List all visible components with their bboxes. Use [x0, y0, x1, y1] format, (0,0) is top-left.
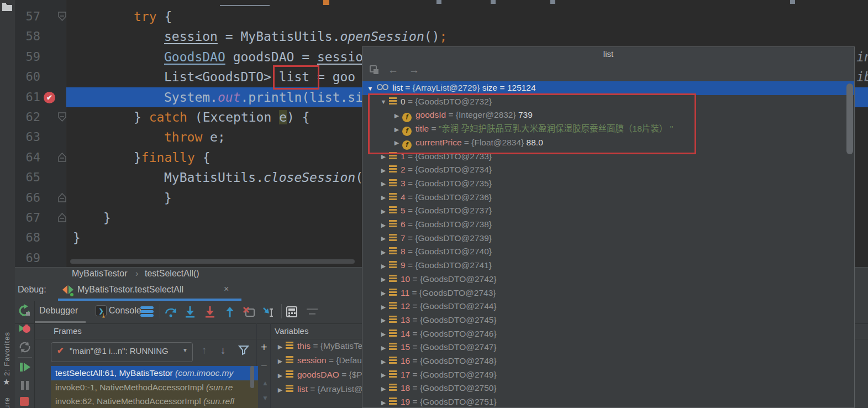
tool-window-stripe: 2: Favorites ★ ure [0, 0, 15, 408]
fold-open-icon[interactable] [58, 112, 66, 122]
stop-icon[interactable] [19, 396, 32, 408]
tree-row-element-6[interactable]: ▶6 = {GoodsDTO@2738} [362, 218, 854, 232]
folder-icon[interactable] [2, 2, 13, 14]
breadcrumb-class[interactable]: MyBatisTestor [72, 269, 127, 279]
step-over-icon[interactable] [164, 306, 177, 319]
star-icon[interactable]: ★ [3, 377, 10, 387]
expand-arrow-icon[interactable]: ▶ [378, 177, 389, 191]
tab-debugger[interactable]: Debugger [39, 306, 78, 316]
tree-row-list-root[interactable]: ▼list = {ArrayList@2729} size = 125124 [362, 81, 854, 95]
expand-arrow-icon[interactable]: ▶ [378, 218, 389, 232]
expand-arrow-icon[interactable]: ▶ [378, 341, 389, 355]
expand-arrow-icon[interactable]: ▶ [378, 164, 389, 177]
expand-arrow-icon[interactable]: ▶ [275, 383, 286, 397]
forward-arrow-icon[interactable]: → [409, 64, 419, 76]
pause-program-icon[interactable] [18, 379, 31, 392]
expand-arrow-icon[interactable]: ▶ [378, 355, 389, 369]
code-fragment-right-of-popup: in [856, 47, 868, 67]
run-to-cursor-icon[interactable] [262, 306, 276, 319]
thread-status-check-icon: ✔ [57, 346, 64, 355]
favorites-stripe-button[interactable]: 2: Favorites [3, 327, 11, 376]
expand-arrow-icon[interactable]: ▶ [378, 300, 389, 314]
step-out-icon[interactable] [224, 306, 237, 319]
fold-close-icon[interactable] [58, 153, 66, 162]
tree-row-element-7[interactable]: ▶7 = {GoodsDTO@2739} [362, 232, 854, 245]
filter-icon[interactable] [238, 344, 249, 358]
frame-up-icon[interactable]: ↑ [202, 344, 207, 357]
variable-row[interactable]: ▶this = {MyBatisTesto [275, 339, 374, 353]
tree-row-element-5[interactable]: ▶5 = {GoodsDTO@2737} [362, 204, 854, 218]
tree-row-element-8[interactable]: ▶8 = {GoodsDTO@2740} [362, 245, 854, 259]
tree-row-element-4[interactable]: ▶4 = {GoodsDTO@2736} [362, 191, 854, 205]
tree-row-element-11[interactable]: ▶11 = {GoodsDTO@2743} [362, 286, 854, 300]
tree-row-element-12[interactable]: ▶12 = {GoodsDTO@2744} [362, 300, 854, 313]
stack-frame-row[interactable]: invoke0:-1, NativeMethodAccessorImpl (su… [51, 380, 258, 395]
debug-session-tab[interactable]: MyBatisTestor.testSelectAll [77, 285, 183, 295]
fold-open-icon[interactable] [58, 12, 66, 21]
close-icon[interactable]: × [224, 284, 229, 294]
tree-row-element-2[interactable]: ▶2 = {GoodsDTO@2734} [362, 163, 854, 177]
breadcrumb-method[interactable]: testSelectAll() [145, 269, 199, 279]
expand-arrow-icon[interactable]: ▶ [378, 368, 389, 382]
expand-arrow-icon[interactable]: ▶ [378, 245, 389, 259]
expand-arrow-icon[interactable]: ▶ [378, 396, 389, 407]
variable-row[interactable]: ▶session = {DefaultSq [275, 353, 376, 368]
tree-row-element-16[interactable]: ▶16 = {GoodsDTO@2748} [362, 354, 854, 368]
rerun-debug-icon[interactable] [18, 322, 31, 336]
frames-panel-title: Frames [54, 326, 82, 336]
expand-arrow-icon[interactable]: ▶ [378, 259, 389, 273]
code-line-63: throw e; [164, 127, 225, 147]
expand-arrow-icon[interactable]: ▶ [378, 191, 389, 205]
fold-close-icon[interactable] [58, 213, 66, 222]
stack-frame-row[interactable]: invoke:62, NativeMethodAccessorImpl (sun… [51, 394, 258, 408]
tab-console[interactable]: Console [109, 306, 141, 316]
expand-arrow-icon[interactable]: ▶ [378, 382, 389, 396]
tree-row-element-17[interactable]: ▶17 = {GoodsDTO@2749} [362, 368, 854, 382]
reset-frame-icon[interactable] [18, 341, 31, 354]
popup-scrollbar[interactable] [846, 83, 853, 154]
back-arrow-icon[interactable]: ← [388, 64, 398, 76]
frame-down-icon[interactable]: ↓ [220, 344, 226, 357]
breakpoint-verified-icon[interactable]: ✔ [44, 92, 55, 103]
tree-row-element-18[interactable]: ▶18 = {GoodsDTO@2750} [362, 381, 854, 395]
tree-row-element-19[interactable]: ▶19 = {GoodsDTO@2751} [362, 395, 854, 407]
expand-arrow-icon[interactable]: ▶ [378, 273, 389, 286]
tree-row-element-14[interactable]: ▶14 = {GoodsDTO@2746} [362, 327, 854, 341]
drop-frame-icon[interactable] [243, 306, 256, 319]
structure-stripe-button[interactable]: ure [3, 391, 11, 408]
expand-arrow-icon[interactable]: ▶ [378, 205, 389, 218]
expand-arrow-icon[interactable]: ▶ [378, 286, 389, 300]
force-step-into-icon[interactable] [204, 306, 217, 319]
evaluate-expression-icon[interactable] [286, 306, 299, 319]
layout-menu-icon[interactable] [140, 305, 153, 318]
tree-row-element-10[interactable]: ▶10 = {GoodsDTO@2742} [362, 273, 854, 286]
run-config-icon [62, 285, 67, 294]
popup-title-bar[interactable]: list [362, 47, 854, 61]
tree-row-element-3[interactable]: ▶3 = {GoodsDTO@2735} [362, 177, 854, 191]
thread-selector-dropdown[interactable]: ✔ "main"@1 i...n": RUNNING ▼ [51, 342, 193, 362]
expand-arrow-icon[interactable]: ▶ [378, 232, 389, 245]
move-watch-down-icon[interactable]: ▼ [262, 394, 269, 402]
expand-arrow-icon[interactable]: ▶ [378, 327, 389, 341]
settings-layout-icon[interactable] [306, 306, 319, 319]
tree-row-element-9[interactable]: ▶9 = {GoodsDTO@2741} [362, 259, 854, 273]
expand-arrow-icon[interactable]: ▶ [275, 354, 286, 368]
expand-arrow-icon[interactable]: ▶ [378, 313, 389, 327]
stack-frame-row[interactable]: testSelectAll:61, MyBatisTestor (com.imo… [51, 366, 258, 380]
running-dot-icon [70, 293, 73, 296]
rerun-icon[interactable] [18, 304, 31, 317]
frames-scrollbar[interactable] [250, 366, 254, 388]
add-watch-icon[interactable]: + [261, 341, 267, 354]
expand-arrow-icon[interactable]: ▶ [275, 368, 286, 383]
tree-row-element-15[interactable]: ▶15 = {GoodsDTO@2747} [362, 341, 854, 354]
resume-program-icon[interactable] [18, 360, 31, 374]
copy-value-icon[interactable] [369, 65, 380, 79]
tree-row-element-13[interactable]: ▶13 = {GoodsDTO@2745} [362, 313, 854, 327]
editor-horizontal-scrollbar[interactable] [70, 259, 355, 264]
remove-watch-icon[interactable]: − [261, 359, 267, 372]
fold-close-icon[interactable] [58, 193, 66, 202]
variable-row[interactable]: ▶goodsDAO = {$Prox [275, 368, 374, 382]
step-into-icon[interactable] [184, 306, 197, 319]
expand-arrow-icon[interactable]: ▶ [275, 339, 286, 354]
move-watch-up-icon[interactable]: ▲ [262, 379, 269, 387]
